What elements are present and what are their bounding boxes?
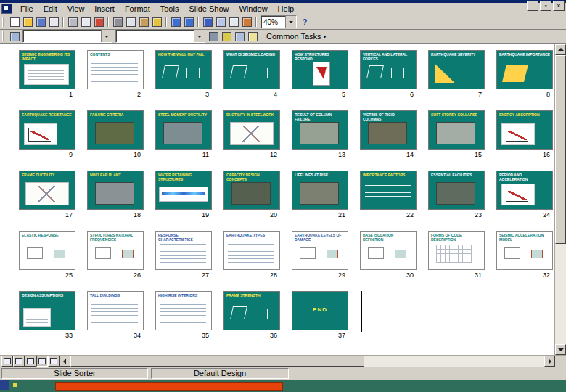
slide-thumbnail[interactable]: FRAME STRENGTH (223, 291, 280, 330)
slide-thumbnail[interactable]: CAPACITY DESIGN CONCEPTS (223, 171, 280, 210)
toolbar-row2-left (8, 30, 21, 43)
slide-thumbnail[interactable]: NUCLEAR PLANT (87, 171, 144, 210)
slide-thumbnail[interactable]: HIGH RISE INTERIORS (155, 291, 212, 330)
outline-view-button[interactable] (13, 356, 25, 367)
scroll-left-button[interactable] (60, 356, 70, 367)
menu-item-help[interactable]: Help (273, 4, 300, 14)
slide-thumbnail[interactable]: STRUCTURES NATURAL FREQUENCIES (87, 231, 144, 270)
slide-thumbnail[interactable]: EARTHQUAKE IMPORTANCE (496, 50, 553, 89)
help-button[interactable]: ? (298, 16, 311, 28)
zoom-combobox[interactable]: 40% (261, 15, 297, 28)
hide-slide-button[interactable] (207, 30, 220, 43)
horizontal-scrollbar[interactable] (70, 356, 544, 367)
restore-button[interactable]: ▫ (540, 1, 551, 11)
new-button[interactable] (8, 16, 21, 28)
format-painter-button[interactable] (150, 16, 163, 28)
chevron-down-icon[interactable] (285, 16, 296, 28)
toolbar-grip[interactable] (2, 31, 6, 41)
paste-button[interactable] (137, 16, 150, 28)
slide-thumbnail[interactable]: FORMS OF CODE DESCRIPTION (428, 231, 485, 270)
slide-thumbnail[interactable]: IMPORTANCE FACTORS (360, 171, 417, 210)
normal-view-button[interactable] (1, 356, 13, 367)
slide-thumbnail[interactable]: HOW THE WALL MAY FAIL (155, 50, 212, 89)
minimize-button[interactable]: _ (527, 1, 538, 11)
slide-thumbnail[interactable]: ELASTIC RESPONSE (19, 231, 75, 270)
taskbar-active-window-button[interactable] (55, 382, 283, 391)
slide-thumbnail[interactable]: ENERGY ABSORPTION (496, 110, 553, 150)
slide-thumbnail[interactable]: CONTENTS (87, 50, 144, 89)
vertical-scrollbar[interactable] (554, 44, 566, 355)
slide-number: 17 (19, 211, 74, 219)
slide-thumbnail[interactable]: SEISMIC ENGINEERING ITS IMPACT (19, 50, 75, 89)
horizontal-scroll-thumb[interactable] (70, 356, 364, 367)
slide-thumbnail[interactable]: EARTHQUAKE SEVERITY (428, 50, 485, 89)
slide-title: ELASTIC RESPONSE (22, 233, 73, 237)
slide-thumbnail[interactable]: RESULT OF COLUMN FAILURE (292, 110, 348, 150)
menu-item-slide-show[interactable]: Slide Show (184, 4, 234, 14)
email-button[interactable] (47, 16, 60, 28)
scroll-up-button[interactable] (555, 44, 566, 55)
menu-item-file[interactable]: File (15, 4, 38, 14)
slide-thumbnail[interactable]: END (292, 291, 348, 330)
cut-button[interactable] (111, 16, 124, 28)
slide-thumbnail[interactable]: RESPONSE CHARACTERISTICS (155, 231, 212, 270)
slide-thumbnail[interactable]: ESSENTIAL FACILITIES (428, 171, 485, 210)
save-button[interactable] (34, 16, 47, 28)
slide-thumbnail[interactable]: FAILURE CRITERIA (87, 110, 144, 150)
print-preview-button[interactable] (79, 16, 92, 28)
common-tasks-button[interactable]: Common Tasks ▾ (262, 30, 331, 43)
slide-thumbnail[interactable]: BASE ISOLATION DEFINITION (360, 231, 417, 270)
tables-and-borders-button[interactable] (214, 16, 227, 28)
slide-thumbnail[interactable]: SOFT STOREY COLLAPSE (428, 110, 485, 150)
slide-thumbnail[interactable]: VERTICAL AND LATERAL FORCES (360, 50, 417, 89)
copy-button[interactable] (124, 16, 137, 28)
summary-slide-button[interactable] (233, 30, 246, 43)
chevron-down-icon[interactable] (194, 30, 205, 42)
menu-item-insert[interactable]: Insert (89, 4, 120, 14)
slide-thumbnail[interactable]: EARTHQUAKE TYPES (223, 231, 280, 270)
scroll-down-button[interactable] (555, 344, 566, 355)
scroll-right-button[interactable] (544, 356, 555, 367)
open-button[interactable] (21, 16, 34, 28)
insert-hyperlink-button[interactable] (201, 16, 214, 28)
undo-button[interactable] (169, 16, 182, 28)
slide-thumbnail[interactable]: DUCTILITY IN STEELWORK (223, 110, 280, 150)
slide-thumbnail[interactable]: WATER RETAINING STRUCTURES (155, 171, 212, 210)
close-button[interactable]: × (553, 1, 565, 11)
slide-thumbnail[interactable]: VICTIMS OF RIGID COLUMNS (360, 110, 417, 150)
insert-table-button[interactable] (227, 16, 240, 28)
vertical-scroll-thumb[interactable] (555, 55, 566, 244)
toolbar-grip[interactable] (2, 17, 6, 27)
spelling-button[interactable] (92, 16, 105, 28)
menu-item-edit[interactable]: Edit (38, 4, 62, 14)
menu-item-view[interactable]: View (62, 4, 90, 14)
slide-thumbnail[interactable]: FRAME DUCTILITY (19, 171, 75, 210)
preset-animation-combobox[interactable] (115, 30, 205, 43)
slide-show-view-button[interactable] (48, 356, 60, 367)
speaker-notes-button[interactable] (246, 30, 259, 43)
slide-thumbnail[interactable]: PERIOD AND ACCELERATION (496, 171, 553, 210)
slide-view-button[interactable] (25, 356, 36, 367)
redo-button[interactable] (182, 16, 195, 28)
slide-thumbnail[interactable]: TALL BUILDINGS (87, 291, 144, 330)
slide-thumbnail[interactable]: WHAT IS SEISMIC LOADING (223, 50, 280, 89)
menu-item-format[interactable]: Format (120, 4, 155, 14)
slide-thumbnail[interactable]: STEEL MOMENT DUCTILITY (155, 110, 212, 150)
slide-thumbnail[interactable]: DESIGN ASSUMPTIONS (19, 291, 75, 330)
slide-thumbnail[interactable]: EARTHQUAKE LEVELS OF DAMAGE (292, 231, 348, 270)
slide-cell: SOFT STOREY COLLAPSE15 (428, 110, 496, 171)
slide-thumbnail[interactable]: SEISMIC ACCELERATION MODEL (496, 231, 553, 270)
transition-effect-combobox[interactable] (22, 30, 112, 43)
slide-transition-button[interactable] (8, 30, 21, 43)
menu-item-window[interactable]: Window (234, 4, 272, 14)
slide-thumbnail[interactable]: EARTHQUAKE RESISTANCE (19, 110, 75, 150)
slide-thumbnail[interactable]: HOW STRUCTURES RESPOND (292, 50, 348, 89)
chevron-down-icon[interactable] (101, 30, 112, 42)
menu-item-tools[interactable]: Tools (155, 4, 184, 14)
slide-sorter-view-button[interactable] (36, 356, 48, 367)
insert-chart-button[interactable] (240, 16, 253, 28)
rehearse-timings-button[interactable] (220, 30, 233, 43)
slide-thumbnail[interactable]: LIFELINES AT RISK (292, 171, 348, 210)
print-button[interactable] (66, 16, 79, 28)
taskbar-start-fragment[interactable] (0, 380, 9, 390)
